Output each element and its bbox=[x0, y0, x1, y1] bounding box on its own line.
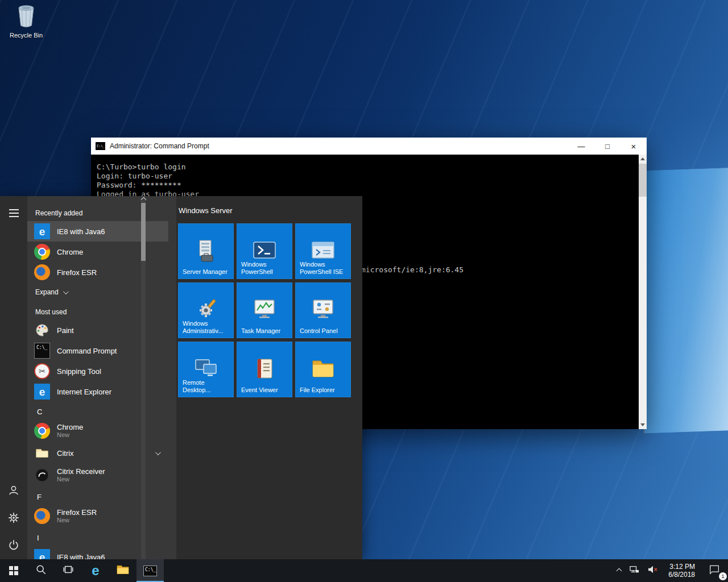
gear-icon bbox=[7, 512, 20, 526]
firefox-icon bbox=[34, 264, 50, 280]
app-item-firefox-esr[interactable]: Firefox ESR bbox=[27, 262, 168, 282]
recycle-bin-label: Recycle Bin bbox=[3, 32, 49, 39]
tile-remote-desktop[interactable]: Remote Desktop... bbox=[178, 342, 234, 397]
app-item-chrome-new[interactable]: Chrome New bbox=[27, 419, 168, 443]
tray-volume[interactable] bbox=[643, 559, 663, 582]
tile-server-manager[interactable]: Server Manager bbox=[178, 223, 234, 279]
tile-label: File Explorer bbox=[300, 386, 349, 394]
tile-label: Control Panel bbox=[300, 327, 349, 335]
close-button[interactable]: × bbox=[621, 138, 647, 155]
hamburger-icon bbox=[9, 209, 19, 217]
command-prompt-icon: C:\_ bbox=[34, 343, 50, 359]
desktop: { "desktop": { "recycle_bin_label": "Rec… bbox=[0, 0, 728, 582]
app-item-command-prompt[interactable]: C:\_ Command Prompt bbox=[27, 340, 168, 361]
notification-badge: 1 bbox=[719, 572, 727, 580]
app-item-new-badge: New bbox=[57, 517, 97, 524]
wallpaper-window-pane bbox=[644, 168, 728, 433]
tile-label: Remote Desktop... bbox=[183, 379, 231, 394]
app-item-label: Firefox ESR bbox=[57, 508, 97, 517]
settings-button[interactable] bbox=[0, 508, 27, 530]
tile-control-panel[interactable]: Control Panel bbox=[295, 282, 351, 338]
task-view-button[interactable] bbox=[55, 559, 82, 582]
menu-button[interactable] bbox=[0, 202, 27, 225]
app-item-ie8-with-java6-bottom[interactable]: e IE8 with Java6 bbox=[27, 545, 168, 559]
expand-toggle[interactable]: Expand bbox=[27, 282, 168, 302]
user-icon bbox=[7, 484, 20, 499]
app-item-label: Paint bbox=[57, 326, 74, 335]
scroll-down-arrow[interactable] bbox=[639, 421, 647, 429]
citrix-receiver-icon bbox=[34, 467, 50, 483]
file-explorer-icon bbox=[311, 357, 336, 381]
remote-desktop-icon bbox=[193, 357, 218, 382]
app-item-chrome[interactable]: Chrome bbox=[27, 242, 168, 262]
app-item-new-badge: New bbox=[57, 431, 83, 439]
app-item-ie8-with-java6[interactable]: e IE8 with Java6 bbox=[27, 221, 168, 242]
taskbar-file-explorer[interactable] bbox=[109, 559, 136, 582]
recently-added-header: Recently added bbox=[27, 207, 168, 219]
tile-windows-powershell[interactable]: Windows PowerShell bbox=[237, 223, 292, 279]
app-item-label: Snipping Tool bbox=[57, 367, 101, 376]
search-button[interactable] bbox=[27, 559, 55, 582]
app-item-label: IE8 with Java6 bbox=[57, 553, 105, 560]
chevron-up-icon bbox=[141, 197, 147, 203]
maximize-button[interactable]: □ bbox=[594, 138, 621, 155]
tile-group-label: Windows Server bbox=[179, 206, 233, 215]
control-panel-icon bbox=[311, 298, 336, 323]
cmd-window-controls: — □ × bbox=[568, 138, 647, 155]
tile-label: Task Manager bbox=[241, 327, 290, 335]
section-letter-f[interactable]: F bbox=[27, 489, 168, 504]
power-button[interactable] bbox=[0, 535, 27, 558]
minimize-button[interactable]: — bbox=[568, 138, 594, 155]
task-view-icon bbox=[63, 564, 74, 577]
tile-windows-administrative-tools[interactable]: Windows Administrativ... bbox=[178, 282, 234, 338]
ie-icon: e bbox=[34, 384, 50, 400]
app-item-citrix[interactable]: Citrix bbox=[27, 443, 168, 463]
notification-icon bbox=[709, 564, 720, 577]
app-item-internet-explorer[interactable]: e Internet Explorer bbox=[27, 381, 168, 402]
tray-network[interactable] bbox=[625, 559, 643, 582]
powershell-icon bbox=[252, 239, 277, 264]
cmd-scrollbar[interactable] bbox=[639, 155, 647, 429]
command-prompt-icon: C:\_ bbox=[143, 566, 157, 576]
app-item-label: Citrix Receiver bbox=[57, 467, 105, 476]
scroll-up-arrow[interactable] bbox=[639, 155, 647, 163]
tile-label: Windows Administrativ... bbox=[183, 320, 231, 335]
taskbar-internet-explorer[interactable]: e bbox=[82, 559, 109, 582]
task-manager-icon bbox=[252, 298, 277, 323]
tile-task-manager[interactable]: Task Manager bbox=[237, 282, 292, 338]
cmd-titlebar[interactable]: C:\_ Administrator: Command Prompt — □ × bbox=[91, 138, 647, 155]
tile-label: Server Manager bbox=[183, 268, 231, 276]
taskbar-clock[interactable]: 3:12 PM 6/8/2018 bbox=[663, 563, 701, 579]
tile-file-explorer[interactable]: File Explorer bbox=[295, 342, 351, 397]
recycle-bin-icon bbox=[15, 20, 38, 30]
action-center-button[interactable]: 1 bbox=[701, 559, 728, 582]
cmd-line: Password: ********* bbox=[97, 181, 641, 190]
tile-windows-powershell-ise[interactable]: Windows PowerShell ISE bbox=[295, 223, 351, 279]
tray-show-hidden-icons[interactable] bbox=[613, 559, 625, 582]
scrollbar-thumb[interactable] bbox=[639, 164, 647, 197]
scrollbar-thumb[interactable] bbox=[141, 203, 146, 261]
cmd-line: C:\Turbo>turbo login bbox=[97, 163, 641, 172]
start-menu-tiles-panel: Windows Server Server Manager bbox=[176, 196, 362, 559]
recycle-bin[interactable]: Recycle Bin bbox=[3, 3, 49, 39]
app-item-paint[interactable]: Paint bbox=[27, 320, 168, 340]
cmd-output: C:\Turbo>turbo login Login: turbo-user P… bbox=[91, 155, 647, 199]
taskbar-command-prompt[interactable]: C:\_ bbox=[136, 559, 164, 582]
chevron-down-icon bbox=[63, 289, 69, 294]
clock-time: 3:12 PM bbox=[669, 563, 695, 571]
start-button[interactable] bbox=[0, 559, 27, 582]
app-item-snipping-tool[interactable]: ✂ Snipping Tool bbox=[27, 361, 168, 381]
chrome-icon bbox=[34, 423, 50, 439]
chevron-down-icon bbox=[155, 450, 161, 455]
app-list-scrollbar[interactable] bbox=[141, 196, 146, 559]
tile-label: Event Viewer bbox=[241, 386, 290, 394]
app-item-citrix-receiver[interactable]: Citrix Receiver New bbox=[27, 463, 168, 487]
user-account-button[interactable] bbox=[0, 480, 27, 503]
app-item-firefox-esr-new[interactable]: Firefox ESR New bbox=[27, 504, 168, 528]
paint-icon bbox=[34, 322, 50, 338]
section-letter-c[interactable]: C bbox=[27, 404, 168, 419]
start-menu-app-list: Recently added e IE8 with Java6 Chrome F… bbox=[27, 196, 168, 559]
section-letter-i[interactable]: I bbox=[27, 530, 168, 545]
chrome-icon bbox=[34, 244, 50, 260]
tile-event-viewer[interactable]: Event Viewer bbox=[237, 342, 292, 397]
